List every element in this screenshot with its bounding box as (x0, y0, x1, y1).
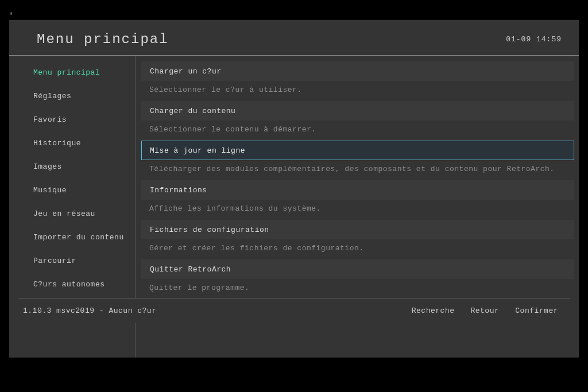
header: Menu principal 01-09 14:59 (9, 20, 579, 56)
menu-entry-desc: Sélectionner le c?ur à utiliser. (141, 81, 574, 100)
action-back[interactable]: Retour (470, 306, 499, 315)
menu-entry-load-content[interactable]: Charger du contenu (141, 101, 574, 121)
sidebar-item-settings[interactable]: Réglages (9, 87, 135, 105)
sidebar-item-history[interactable]: Historique (9, 134, 135, 152)
action-search[interactable]: Recherche (412, 306, 455, 315)
sidebar-item-netplay[interactable]: Jeu en réseau (9, 205, 135, 223)
page-title: Menu principal (37, 32, 169, 47)
sidebar-item-label: Jeu en réseau (33, 209, 95, 218)
menu-entry-label: Fichiers de configuration (150, 226, 269, 234)
menu-entry-load-core[interactable]: Charger un c?ur (141, 61, 574, 81)
footer: 1.10.3 msvc2019 - Aucun c?ur Recherche R… (18, 298, 570, 323)
menu-entry-desc: Gérer et créer les fichiers de configura… (141, 240, 574, 258)
sidebar-item-label: Images (33, 162, 62, 171)
menu-entry-label: Charger du contenu (150, 107, 235, 115)
sidebar-item-images[interactable]: Images (9, 158, 135, 176)
menu-entry-desc: Télécharger des modules complémentaires,… (141, 161, 574, 179)
menu-entry-desc: Affiche les informations du système. (141, 200, 574, 219)
menu-entry-label: Informations (150, 186, 207, 195)
sidebar-item-label: Favoris (33, 115, 67, 124)
sidebar-item-standalone-cores[interactable]: C?urs autonomes (9, 275, 135, 293)
footer-actions: Recherche Retour Confirmer (412, 306, 558, 315)
action-confirm[interactable]: Confirmer (515, 306, 558, 315)
window-drag-handle: ⠿ (9, 11, 13, 17)
sidebar-item-label: Musique (33, 186, 67, 195)
menu-entry-label: Mise à jour en ligne (150, 146, 245, 155)
status-text: 1.10.3 msvc2019 - Aucun c?ur (23, 306, 156, 315)
sidebar-item-label: Parcourir (33, 257, 76, 265)
app-frame: Menu principal 01-09 14:59 Menu principa… (9, 20, 579, 358)
menu-entry-desc: Quitter le programme. (141, 280, 574, 298)
menu-entry-config-files[interactable]: Fichiers de configuration (141, 220, 574, 239)
menu-entry-information[interactable]: Informations (141, 180, 574, 200)
sidebar-item-label: Importer du contenu (33, 233, 124, 242)
sidebar-item-label: C?urs autonomes (33, 280, 105, 289)
sidebar-item-import-content[interactable]: Importer du contenu (9, 228, 135, 246)
menu-entry-quit[interactable]: Quitter RetroArch (141, 259, 574, 279)
sidebar-item-main-menu[interactable]: Menu principal (9, 64, 135, 81)
sidebar-item-favorites[interactable]: Favoris (9, 111, 135, 129)
menu-entry-online-updater[interactable]: Mise à jour en ligne (141, 141, 574, 160)
sidebar-item-label: Menu principal (33, 68, 100, 77)
sidebar-item-music[interactable]: Musique (9, 181, 135, 199)
sidebar-item-label: Historique (33, 139, 81, 148)
clock: 01-09 14:59 (506, 35, 562, 44)
menu-entry-label: Quitter RetroArch (150, 265, 231, 274)
sidebar-item-label: Réglages (33, 92, 71, 100)
sidebar-item-browse[interactable]: Parcourir (9, 252, 135, 270)
menu-entry-label: Charger un c?ur (150, 67, 222, 76)
menu-entry-desc: Sélectionner le contenu à démarrer. (141, 121, 574, 139)
